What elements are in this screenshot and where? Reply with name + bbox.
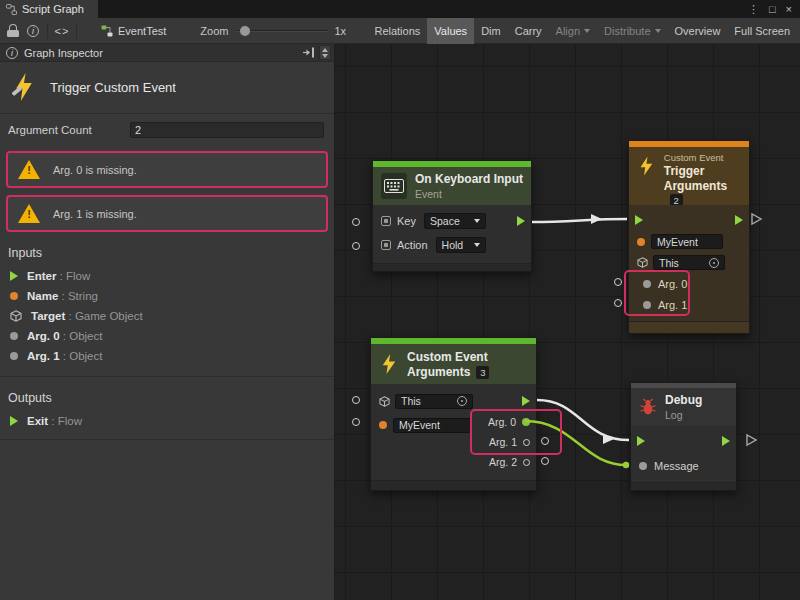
flow-row xyxy=(629,209,749,231)
flow-output-port[interactable] xyxy=(735,215,743,225)
window-maximize-icon[interactable]: □ xyxy=(769,3,776,15)
event-name-row: MyEvent xyxy=(629,231,749,252)
flow-input-port[interactable] xyxy=(635,215,643,225)
node-title: On Keyboard Input xyxy=(415,172,523,186)
node-footer xyxy=(631,482,736,490)
gameobject-cube-icon[interactable] xyxy=(379,396,390,407)
port-circle[interactable] xyxy=(352,242,360,250)
event-name-field[interactable]: MyEvent xyxy=(393,418,471,433)
flow-output-port[interactable] xyxy=(522,396,530,406)
zoom-knob[interactable] xyxy=(240,26,250,36)
graph-canvas[interactable]: On Keyboard Input Event Key Space Action… xyxy=(335,44,800,600)
fullscreen-button[interactable]: Full Screen xyxy=(727,18,797,44)
object-port-icon[interactable] xyxy=(639,462,647,470)
node-on-keyboard-input[interactable]: On Keyboard Input Event Key Space Action… xyxy=(372,160,532,272)
align-label: Align xyxy=(556,25,580,37)
arg2-label: Arg. 2 xyxy=(489,456,517,468)
string-port-icon[interactable] xyxy=(637,238,645,246)
graph-inspector-panel: i Graph Inspector Trigger Custom Event A… xyxy=(0,44,335,600)
node-debug-log[interactable]: Debug Log Message xyxy=(630,382,737,491)
node-body: Key Space Action Hold xyxy=(373,205,531,263)
target-value: This xyxy=(659,257,703,269)
annotation-box-event-args xyxy=(470,409,562,455)
graph-asset-icon xyxy=(101,25,113,37)
arrow-up-icon xyxy=(322,48,328,52)
argument-count-row: Argument Count 2 xyxy=(0,114,334,144)
align-button[interactable]: Align xyxy=(549,18,597,44)
window-close-icon[interactable]: × xyxy=(786,3,792,15)
flow-output-port[interactable] xyxy=(722,436,730,446)
distribute-label: Distribute xyxy=(604,25,650,37)
io-name: Exit xyxy=(27,415,48,427)
port-circle-icon[interactable] xyxy=(523,459,530,466)
input-row-target: Target : Game Object xyxy=(0,306,334,326)
flow-output-port[interactable] xyxy=(517,216,525,226)
info-icon: i xyxy=(6,47,18,59)
target-field[interactable]: This xyxy=(395,394,473,409)
port-circle[interactable] xyxy=(541,457,549,465)
graph-asset-button[interactable]: EventTest xyxy=(101,25,166,37)
values-button[interactable]: Values xyxy=(427,18,474,44)
port-circle[interactable] xyxy=(352,396,360,404)
zoom-slider[interactable] xyxy=(236,25,328,37)
warning-icon: ! xyxy=(18,204,40,223)
overview-button[interactable]: Overview xyxy=(668,18,728,44)
string-port-icon[interactable] xyxy=(379,421,387,429)
flow-input-port[interactable] xyxy=(637,436,645,446)
event-name-field[interactable]: MyEvent xyxy=(651,234,723,249)
continuation-triangle-icon xyxy=(752,214,761,224)
node-footer xyxy=(373,263,531,271)
lock-icon[interactable] xyxy=(3,20,23,42)
toolbar-button-group: Relations Values Dim Carry Align Distrib… xyxy=(367,18,797,44)
action-dropdown[interactable]: Hold xyxy=(436,237,486,253)
message-label: Message xyxy=(654,460,699,472)
pane-scroll-buttons[interactable] xyxy=(319,45,331,60)
bug-icon xyxy=(639,398,657,416)
window-menu-icon[interactable]: ⋮ xyxy=(748,3,759,16)
wire-arrowhead-icon xyxy=(591,214,602,224)
port-circle[interactable] xyxy=(614,278,622,286)
carry-button[interactable]: Carry xyxy=(508,18,549,44)
arrow-down-icon xyxy=(322,54,328,58)
dim-button[interactable]: Dim xyxy=(474,18,508,44)
port-circle[interactable] xyxy=(352,218,360,226)
input-row-enter: Enter : Flow xyxy=(0,266,334,286)
target-value: This xyxy=(401,395,451,407)
chevron-down-icon xyxy=(474,219,480,223)
object-port-icon xyxy=(10,332,18,340)
tab-label: Script Graph xyxy=(22,3,84,15)
node-header[interactable]: Custom Event Arguments3 xyxy=(371,344,536,384)
node-subtitle: Log xyxy=(665,409,702,421)
zoom-track xyxy=(236,30,328,32)
zoom-value: 1x xyxy=(334,25,346,37)
target-field[interactable]: This xyxy=(653,255,725,270)
info-icon[interactable]: i xyxy=(23,20,43,42)
gameobject-cube-icon[interactable] xyxy=(637,257,648,268)
port-circle[interactable] xyxy=(614,299,622,307)
node-header[interactable]: Debug Log xyxy=(631,388,736,426)
tab-script-graph[interactable]: Script Graph xyxy=(0,0,98,18)
inputs-section-header: Inputs xyxy=(0,232,334,266)
message-row: Message xyxy=(631,456,736,476)
edit-code-icon[interactable]: <> xyxy=(52,20,72,42)
relations-button[interactable]: Relations xyxy=(367,18,427,44)
outputs-section-header: Outputs xyxy=(0,377,334,411)
port-circle[interactable] xyxy=(352,418,360,426)
wire-endpoint-dot xyxy=(623,462,629,468)
object-picker-icon[interactable] xyxy=(457,396,467,406)
key-dropdown[interactable]: Space xyxy=(424,213,486,229)
annotation-box-trigger-args xyxy=(624,270,690,316)
object-picker-icon[interactable] xyxy=(709,258,719,268)
graph-inspector-header: i Graph Inspector xyxy=(0,44,334,62)
object-port-icon xyxy=(10,352,18,360)
io-name: Name xyxy=(27,290,58,302)
node-header[interactable]: On Keyboard Input Event xyxy=(373,167,531,205)
flow-row xyxy=(631,430,736,452)
node-body: Message xyxy=(631,426,736,482)
distribute-button[interactable]: Distribute xyxy=(597,18,667,44)
dock-inspector-icon[interactable] xyxy=(302,47,315,58)
output-row-exit: Exit : Flow xyxy=(0,411,334,431)
argument-count-input[interactable]: 2 xyxy=(130,122,324,138)
inspected-unit-header: Trigger Custom Event xyxy=(0,62,334,113)
node-header[interactable]: Custom Event Trigger Arguments2 xyxy=(629,147,749,205)
